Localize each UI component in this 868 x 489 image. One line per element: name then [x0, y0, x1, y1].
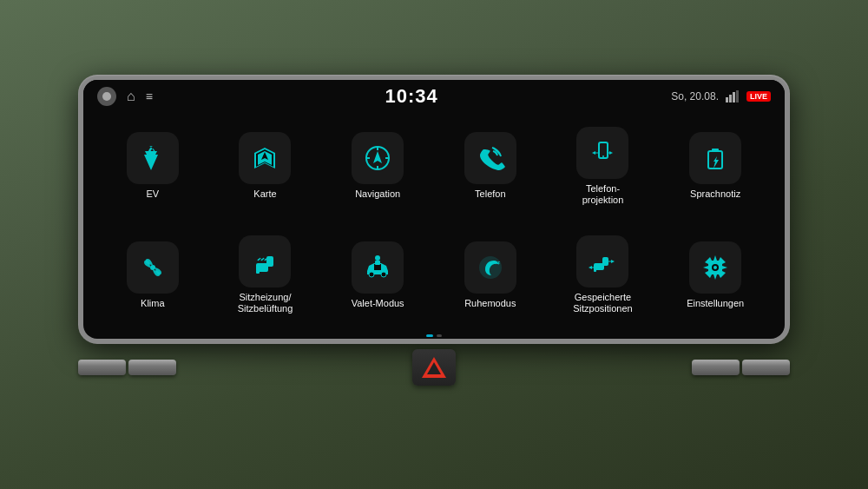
date-display: So, 20.08. [671, 90, 719, 102]
svg-rect-29 [594, 268, 596, 272]
car-surround: ⌂ ≡ 10:34 So, 20.08. LIVE [0, 0, 868, 489]
svg-rect-28 [602, 257, 608, 266]
app-telefon[interactable]: Telefon [438, 116, 542, 217]
app-label-valet: Valet-Modus [352, 298, 404, 309]
svg-text:zzz: zzz [492, 260, 500, 265]
app-icon-ruhemodus: zzz [464, 241, 516, 294]
hazard-triangle-icon [422, 357, 446, 378]
svg-point-0 [102, 92, 111, 101]
svg-point-22 [381, 272, 386, 277]
app-icon-telefonprojektion [576, 127, 628, 179]
app-klima[interactable]: Klima [101, 225, 205, 326]
app-icon-sitzpositionen [576, 235, 628, 287]
hazard-button[interactable] [412, 349, 456, 386]
app-icon-einstellungen [689, 241, 741, 294]
app-sprachnotiz[interactable]: Sprachnotiz [663, 116, 767, 217]
app-label-telefon: Telefon [475, 188, 505, 200]
svg-point-23 [375, 255, 380, 261]
vent-left [78, 360, 176, 375]
app-label-klima: Klima [141, 298, 165, 309]
status-left: ⌂ ≡ [97, 87, 152, 106]
app-icon-sitzheizung [239, 235, 291, 287]
apps-container: EV [83, 113, 785, 333]
apps-grid: EV [101, 116, 767, 326]
vent-area [78, 349, 790, 386]
app-ruhemodus[interactable]: zzz Ruhemodus [438, 225, 542, 326]
status-bar: ⌂ ≡ 10:34 So, 20.08. LIVE [83, 80, 785, 113]
app-label-ev: EV [146, 188, 159, 200]
app-label-navigation: Navigation [355, 188, 400, 200]
app-label-sprachnotiz: Sprachnotiz [690, 188, 740, 200]
app-telefonprojektion[interactable]: Telefon- projektion [551, 116, 655, 217]
app-icon-valet [352, 241, 404, 294]
live-badge: LIVE [746, 91, 771, 102]
app-icon-navigation [352, 132, 404, 184]
app-sitzheizung[interactable]: Sitzheizung/ Sitzbelüftung [214, 225, 318, 326]
vent-slot-4 [742, 360, 790, 375]
svg-point-14 [602, 155, 604, 157]
screen-bezel: ⌂ ≡ 10:34 So, 20.08. LIVE [78, 75, 790, 344]
svg-rect-16 [712, 149, 719, 152]
app-navigation[interactable]: Navigation [326, 116, 430, 217]
app-icon-telefon [464, 132, 516, 184]
pagination [83, 333, 785, 339]
app-icon-klima [127, 241, 179, 294]
app-ev[interactable]: EV [101, 116, 205, 217]
svg-point-21 [369, 272, 374, 277]
app-sitzpositionen[interactable]: Gespeicherte Sitzpositionen [551, 225, 655, 326]
app-icon-karte [239, 132, 291, 184]
svg-rect-3 [733, 92, 735, 102]
svg-point-32 [713, 266, 717, 269]
signal-icon [726, 90, 740, 102]
svg-rect-24 [375, 261, 380, 265]
svg-rect-4 [736, 90, 739, 102]
app-label-telefonprojektion: Telefon- projektion [582, 183, 624, 206]
svg-rect-20 [256, 270, 260, 274]
vent-slot-3 [692, 360, 740, 375]
app-label-karte: Karte [253, 188, 276, 200]
app-label-ruhemodus: Ruhemodus [464, 298, 516, 309]
pagination-dot-1 [426, 334, 433, 337]
pagination-dot-2 [437, 334, 442, 337]
vent-right [692, 360, 790, 375]
vent-slot-2 [128, 360, 176, 375]
svg-rect-19 [266, 256, 273, 267]
home-icon[interactable]: ⌂ [127, 89, 135, 104]
app-label-einstellungen: Einstellungen [687, 298, 744, 309]
vent-slot-1 [78, 360, 126, 375]
app-label-sitzheizung: Sitzheizung/ Sitzbelüftung [238, 292, 293, 314]
app-karte[interactable]: Karte [214, 116, 318, 217]
app-icon-ev [127, 132, 179, 184]
app-einstellungen[interactable]: Einstellungen [663, 225, 767, 326]
menu-icon[interactable]: ≡ [146, 89, 152, 103]
app-label-sitzpositionen: Gespeicherte Sitzpositionen [573, 292, 633, 314]
status-right: So, 20.08. LIVE [671, 90, 771, 102]
app-valet[interactable]: Valet-Modus [326, 225, 430, 326]
screen: ⌂ ≡ 10:34 So, 20.08. LIVE [83, 80, 785, 339]
app-icon-sprachnotiz [689, 132, 741, 184]
time-display: 10:34 [385, 85, 437, 108]
svg-rect-2 [729, 95, 732, 102]
svg-rect-1 [726, 97, 728, 102]
svg-point-17 [150, 265, 155, 270]
brightness-icon[interactable] [97, 87, 116, 106]
